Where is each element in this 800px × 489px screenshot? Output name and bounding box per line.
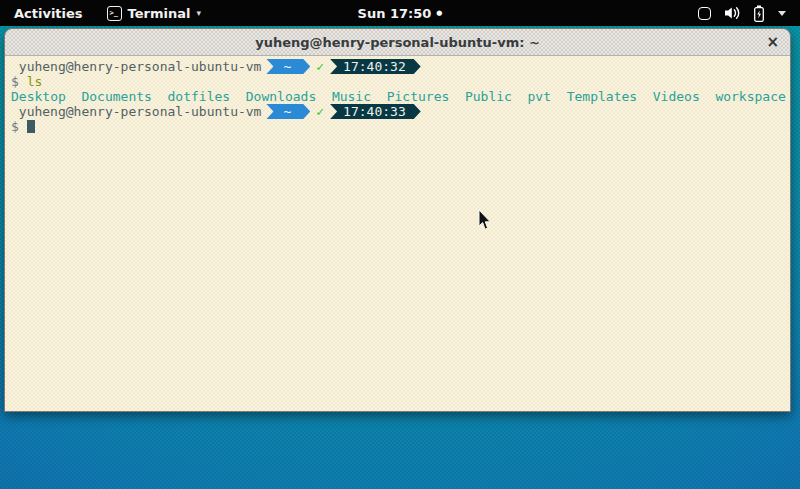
system-status-area[interactable] (684, 0, 800, 26)
chevron-down-icon: ▾ (196, 9, 201, 18)
top-bar: Activities >_ Terminal ▾ Sun 17:50 ● (0, 0, 800, 26)
app-menu-label: Terminal (128, 6, 191, 21)
checkmark-icon: ✓ (316, 59, 324, 74)
prompt-path-segment: ~ (266, 59, 310, 74)
prompt-dollar: $ (11, 74, 19, 89)
directory-name: Desktop (11, 89, 66, 104)
checkmark-icon: ✓ (316, 104, 324, 119)
prompt-line: yuheng@henry-personal-ubuntu-vm ~ ✓ 17:4… (11, 59, 786, 74)
prompt-path-segment: ~ (266, 104, 310, 119)
ls-output-line: Desktop Documents dotfiles Downloads Mus… (11, 89, 786, 104)
directory-name: Downloads (246, 89, 316, 104)
close-icon[interactable]: × (766, 35, 779, 50)
directory-name: dotfiles (168, 89, 231, 104)
directory-name: Videos (653, 89, 700, 104)
mouse-pointer-icon (477, 209, 491, 231)
command-line: $ ls (11, 74, 786, 89)
directory-name: Pictures (387, 89, 450, 104)
prompt-time-segment: 17:40:32 (330, 59, 421, 74)
notification-dot-icon: ● (436, 10, 442, 17)
terminal-window: yuheng@henry-personal-ubuntu-vm: ~ × yuh… (4, 28, 791, 412)
prompt-dollar: $ (11, 119, 19, 134)
current-command-line: $ (11, 119, 786, 134)
prompt-line: yuheng@henry-personal-ubuntu-vm ~ ✓ 17:4… (11, 104, 786, 119)
battery-charging-icon (753, 5, 765, 22)
directory-name: pvt (528, 89, 551, 104)
prompt-time-segment: 17:40:33 (330, 104, 421, 119)
chevron-down-icon (778, 11, 786, 16)
text-cursor-block (27, 120, 35, 133)
command-text: ls (27, 74, 43, 89)
prompt-username: yuheng@henry-personal-ubuntu-vm (19, 104, 262, 119)
directory-name: Documents (81, 89, 151, 104)
clock-label: Sun 17:50 (358, 6, 432, 21)
directory-name: Templates (567, 89, 637, 104)
terminal-content[interactable]: yuheng@henry-personal-ubuntu-vm ~ ✓ 17:4… (5, 56, 790, 411)
directory-name: Public (465, 89, 512, 104)
terminal-app-icon: >_ (107, 6, 122, 21)
activities-button[interactable]: Activities (0, 0, 97, 26)
app-menu-terminal[interactable]: >_ Terminal ▾ (97, 0, 211, 26)
window-titlebar[interactable]: yuheng@henry-personal-ubuntu-vm: ~ × (5, 29, 790, 56)
window-title: yuheng@henry-personal-ubuntu-vm: ~ (255, 35, 540, 50)
rounded-square-status-icon (698, 7, 711, 20)
directory-name: workspace (715, 89, 785, 104)
directory-name: Music (332, 89, 371, 104)
volume-icon (724, 6, 740, 20)
prompt-username: yuheng@henry-personal-ubuntu-vm (19, 59, 262, 74)
